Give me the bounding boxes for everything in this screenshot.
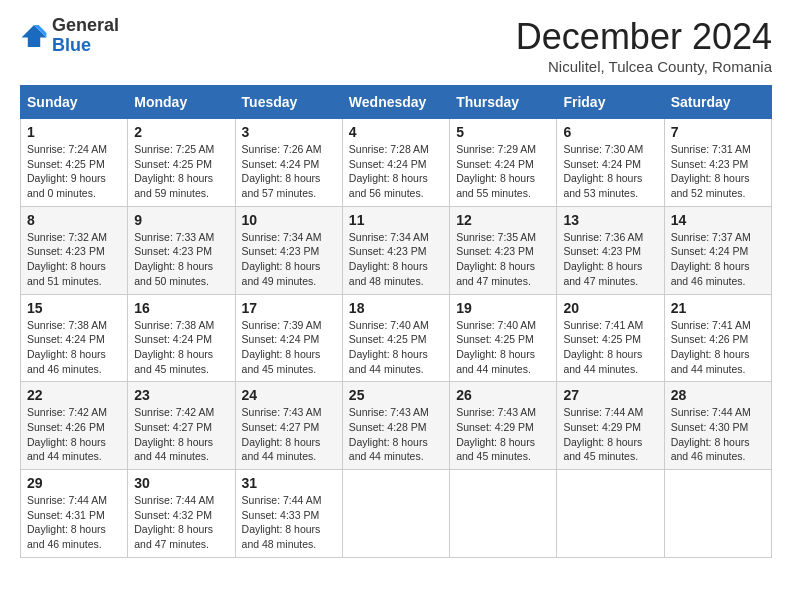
day-number: 23 — [134, 387, 228, 403]
day-info: Sunrise: 7:44 AMSunset: 4:31 PMDaylight:… — [27, 493, 121, 552]
calendar-cell: 30Sunrise: 7:44 AMSunset: 4:32 PMDayligh… — [128, 470, 235, 558]
day-number: 14 — [671, 212, 765, 228]
calendar-week-row: 29Sunrise: 7:44 AMSunset: 4:31 PMDayligh… — [21, 470, 772, 558]
calendar-cell: 20Sunrise: 7:41 AMSunset: 4:25 PMDayligh… — [557, 294, 664, 382]
day-number: 9 — [134, 212, 228, 228]
day-number: 25 — [349, 387, 443, 403]
day-info: Sunrise: 7:34 AMSunset: 4:23 PMDaylight:… — [349, 230, 443, 289]
calendar-week-row: 1Sunrise: 7:24 AMSunset: 4:25 PMDaylight… — [21, 119, 772, 207]
day-info: Sunrise: 7:25 AMSunset: 4:25 PMDaylight:… — [134, 142, 228, 201]
day-info: Sunrise: 7:44 AMSunset: 4:30 PMDaylight:… — [671, 405, 765, 464]
day-number: 28 — [671, 387, 765, 403]
calendar-cell: 14Sunrise: 7:37 AMSunset: 4:24 PMDayligh… — [664, 206, 771, 294]
day-number: 1 — [27, 124, 121, 140]
day-number: 11 — [349, 212, 443, 228]
calendar-cell: 5Sunrise: 7:29 AMSunset: 4:24 PMDaylight… — [450, 119, 557, 207]
logo-general: General — [52, 15, 119, 35]
day-number: 13 — [563, 212, 657, 228]
day-info: Sunrise: 7:44 AMSunset: 4:32 PMDaylight:… — [134, 493, 228, 552]
day-info: Sunrise: 7:44 AMSunset: 4:33 PMDaylight:… — [242, 493, 336, 552]
weekday-header-row: SundayMondayTuesdayWednesdayThursdayFrid… — [21, 86, 772, 119]
day-number: 10 — [242, 212, 336, 228]
calendar-cell: 12Sunrise: 7:35 AMSunset: 4:23 PMDayligh… — [450, 206, 557, 294]
day-info: Sunrise: 7:43 AMSunset: 4:29 PMDaylight:… — [456, 405, 550, 464]
calendar-cell — [450, 470, 557, 558]
calendar-cell: 17Sunrise: 7:39 AMSunset: 4:24 PMDayligh… — [235, 294, 342, 382]
calendar-cell: 6Sunrise: 7:30 AMSunset: 4:24 PMDaylight… — [557, 119, 664, 207]
day-number: 18 — [349, 300, 443, 316]
day-number: 4 — [349, 124, 443, 140]
svg-marker-0 — [22, 25, 47, 47]
day-info: Sunrise: 7:34 AMSunset: 4:23 PMDaylight:… — [242, 230, 336, 289]
calendar-cell — [342, 470, 449, 558]
day-info: Sunrise: 7:43 AMSunset: 4:27 PMDaylight:… — [242, 405, 336, 464]
day-info: Sunrise: 7:26 AMSunset: 4:24 PMDaylight:… — [242, 142, 336, 201]
day-info: Sunrise: 7:37 AMSunset: 4:24 PMDaylight:… — [671, 230, 765, 289]
day-info: Sunrise: 7:42 AMSunset: 4:26 PMDaylight:… — [27, 405, 121, 464]
day-number: 7 — [671, 124, 765, 140]
calendar-cell: 15Sunrise: 7:38 AMSunset: 4:24 PMDayligh… — [21, 294, 128, 382]
calendar-cell: 23Sunrise: 7:42 AMSunset: 4:27 PMDayligh… — [128, 382, 235, 470]
day-info: Sunrise: 7:39 AMSunset: 4:24 PMDaylight:… — [242, 318, 336, 377]
logo: General Blue — [20, 16, 119, 56]
calendar-cell: 8Sunrise: 7:32 AMSunset: 4:23 PMDaylight… — [21, 206, 128, 294]
calendar-cell: 3Sunrise: 7:26 AMSunset: 4:24 PMDaylight… — [235, 119, 342, 207]
calendar-cell: 7Sunrise: 7:31 AMSunset: 4:23 PMDaylight… — [664, 119, 771, 207]
day-number: 30 — [134, 475, 228, 491]
calendar-cell: 27Sunrise: 7:44 AMSunset: 4:29 PMDayligh… — [557, 382, 664, 470]
day-number: 5 — [456, 124, 550, 140]
header: General Blue December 2024 Niculitel, Tu… — [20, 16, 772, 75]
day-info: Sunrise: 7:28 AMSunset: 4:24 PMDaylight:… — [349, 142, 443, 201]
calendar-cell: 25Sunrise: 7:43 AMSunset: 4:28 PMDayligh… — [342, 382, 449, 470]
calendar-cell: 31Sunrise: 7:44 AMSunset: 4:33 PMDayligh… — [235, 470, 342, 558]
calendar-week-row: 22Sunrise: 7:42 AMSunset: 4:26 PMDayligh… — [21, 382, 772, 470]
calendar-week-row: 8Sunrise: 7:32 AMSunset: 4:23 PMDaylight… — [21, 206, 772, 294]
location: Niculitel, Tulcea County, Romania — [516, 58, 772, 75]
calendar-cell: 11Sunrise: 7:34 AMSunset: 4:23 PMDayligh… — [342, 206, 449, 294]
weekday-header-friday: Friday — [557, 86, 664, 119]
day-number: 20 — [563, 300, 657, 316]
weekday-header-tuesday: Tuesday — [235, 86, 342, 119]
calendar-cell: 10Sunrise: 7:34 AMSunset: 4:23 PMDayligh… — [235, 206, 342, 294]
calendar-cell: 16Sunrise: 7:38 AMSunset: 4:24 PMDayligh… — [128, 294, 235, 382]
day-number: 16 — [134, 300, 228, 316]
calendar-cell: 4Sunrise: 7:28 AMSunset: 4:24 PMDaylight… — [342, 119, 449, 207]
day-info: Sunrise: 7:31 AMSunset: 4:23 PMDaylight:… — [671, 142, 765, 201]
day-info: Sunrise: 7:40 AMSunset: 4:25 PMDaylight:… — [456, 318, 550, 377]
day-info: Sunrise: 7:30 AMSunset: 4:24 PMDaylight:… — [563, 142, 657, 201]
day-info: Sunrise: 7:32 AMSunset: 4:23 PMDaylight:… — [27, 230, 121, 289]
weekday-header-monday: Monday — [128, 86, 235, 119]
day-number: 21 — [671, 300, 765, 316]
day-info: Sunrise: 7:24 AMSunset: 4:25 PMDaylight:… — [27, 142, 121, 201]
generalblue-logo-icon — [20, 22, 48, 50]
calendar-cell: 29Sunrise: 7:44 AMSunset: 4:31 PMDayligh… — [21, 470, 128, 558]
calendar-week-row: 15Sunrise: 7:38 AMSunset: 4:24 PMDayligh… — [21, 294, 772, 382]
day-number: 27 — [563, 387, 657, 403]
calendar-cell: 26Sunrise: 7:43 AMSunset: 4:29 PMDayligh… — [450, 382, 557, 470]
day-number: 22 — [27, 387, 121, 403]
weekday-header-wednesday: Wednesday — [342, 86, 449, 119]
day-info: Sunrise: 7:41 AMSunset: 4:25 PMDaylight:… — [563, 318, 657, 377]
calendar-cell: 2Sunrise: 7:25 AMSunset: 4:25 PMDaylight… — [128, 119, 235, 207]
day-number: 26 — [456, 387, 550, 403]
day-info: Sunrise: 7:38 AMSunset: 4:24 PMDaylight:… — [134, 318, 228, 377]
calendar-cell: 1Sunrise: 7:24 AMSunset: 4:25 PMDaylight… — [21, 119, 128, 207]
day-number: 3 — [242, 124, 336, 140]
day-info: Sunrise: 7:42 AMSunset: 4:27 PMDaylight:… — [134, 405, 228, 464]
calendar-cell — [557, 470, 664, 558]
day-info: Sunrise: 7:29 AMSunset: 4:24 PMDaylight:… — [456, 142, 550, 201]
day-number: 8 — [27, 212, 121, 228]
day-number: 31 — [242, 475, 336, 491]
day-number: 12 — [456, 212, 550, 228]
day-number: 6 — [563, 124, 657, 140]
calendar-cell: 22Sunrise: 7:42 AMSunset: 4:26 PMDayligh… — [21, 382, 128, 470]
day-number: 19 — [456, 300, 550, 316]
logo-text: General Blue — [52, 16, 119, 56]
day-info: Sunrise: 7:44 AMSunset: 4:29 PMDaylight:… — [563, 405, 657, 464]
calendar-cell: 9Sunrise: 7:33 AMSunset: 4:23 PMDaylight… — [128, 206, 235, 294]
weekday-header-sunday: Sunday — [21, 86, 128, 119]
calendar-cell — [664, 470, 771, 558]
weekday-header-saturday: Saturday — [664, 86, 771, 119]
day-info: Sunrise: 7:40 AMSunset: 4:25 PMDaylight:… — [349, 318, 443, 377]
logo-blue: Blue — [52, 35, 91, 55]
